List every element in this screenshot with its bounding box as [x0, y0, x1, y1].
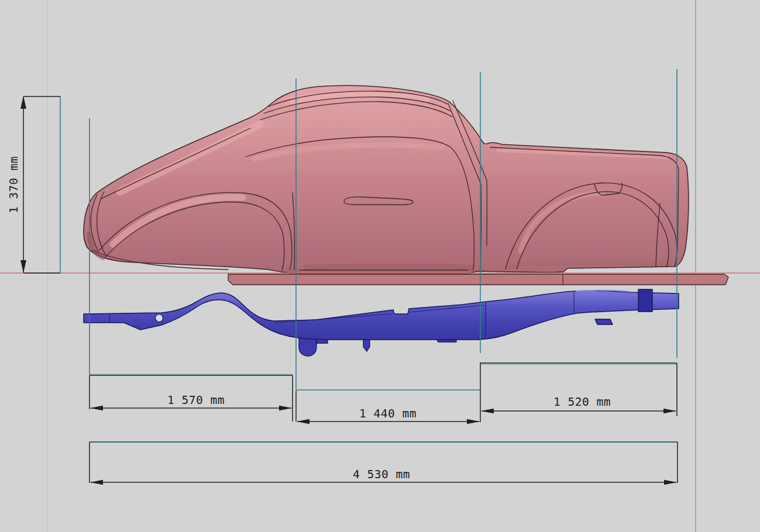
- car-body[interactable]: [84, 85, 728, 285]
- arrow-right-icon: [467, 419, 480, 424]
- dimension-height[interactable]: 1 370 mm: [7, 96, 60, 273]
- body-silhouette[interactable]: [84, 85, 689, 274]
- dimension-label-overall[interactable]: 4 530 mm: [353, 468, 410, 481]
- chassis-frame[interactable]: [84, 289, 679, 356]
- dimension-label-rear[interactable]: 1 520 mm: [553, 395, 611, 409]
- dimension-middle[interactable]: 1 440 mm: [296, 391, 480, 424]
- dimension-label-middle[interactable]: 1 440 mm: [359, 407, 417, 420]
- arrow-left-icon: [90, 480, 103, 485]
- rear-bracket: [595, 319, 613, 324]
- dimension-label-front[interactable]: 1 570 mm: [167, 393, 225, 407]
- rear-end-cap: [638, 289, 652, 312]
- arrow-up-icon: [20, 96, 26, 109]
- dimension-rear[interactable]: 1 520 mm: [480, 362, 677, 422]
- dimension-overall[interactable]: 4 530 mm: [90, 442, 678, 485]
- arrow-left-icon: [90, 406, 103, 411]
- arrow-down-icon: [20, 260, 26, 273]
- arrow-left-icon: [481, 409, 494, 414]
- rocker-strip: [228, 274, 728, 285]
- dimension-front[interactable]: 1 570 mm: [90, 375, 293, 422]
- arrow-right-icon: [664, 480, 677, 485]
- arrow-right-icon: [279, 406, 292, 411]
- arrow-left-icon: [297, 419, 309, 424]
- frame-hole: [156, 315, 163, 322]
- chassis-rail[interactable]: [84, 291, 679, 340]
- drawing-canvas: 1 370 mm 1 570 mm 1 440 mm 1 520 mm: [0, 0, 760, 532]
- dimension-label-height[interactable]: 1 370 mm: [7, 156, 20, 213]
- cad-viewport[interactable]: 1 370 mm 1 570 mm 1 440 mm 1 520 mm: [0, 0, 760, 532]
- arrow-right-icon: [663, 409, 676, 414]
